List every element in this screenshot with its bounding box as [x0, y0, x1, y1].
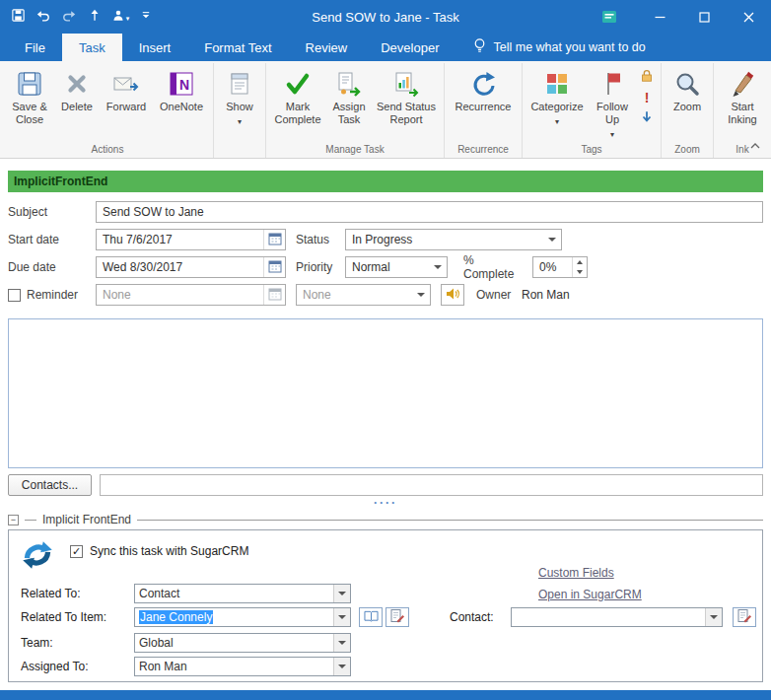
- assigned-to-label: Assigned To:: [21, 660, 134, 673]
- address-book-qat-button[interactable]: [110, 6, 130, 28]
- open-in-sugarcrm-link[interactable]: Open in SugarCRM: [538, 588, 642, 601]
- related-to-value: Contact: [135, 587, 333, 600]
- window-controls: [595, 0, 771, 34]
- assigned-to-select[interactable]: Ron Man: [134, 657, 351, 676]
- calendar-icon: [268, 232, 282, 248]
- reminder-date-picker-button[interactable]: [263, 285, 285, 305]
- recurrence-button[interactable]: Recurrence: [448, 63, 519, 113]
- address-book-button[interactable]: [359, 607, 383, 627]
- custom-fields-link[interactable]: Custom Fields: [538, 566, 642, 580]
- close-button[interactable]: [727, 0, 771, 34]
- ribbon-group-zoom: Zoom Zoom: [662, 63, 714, 158]
- button-label: Assign Task: [332, 101, 365, 125]
- sugarcrm-lookup-button[interactable]: [386, 607, 409, 627]
- reminder-time-value: None: [297, 288, 412, 302]
- implicit-frontend-section-header: Implicit FrontEnd: [0, 510, 771, 529]
- status-value: In Progress: [346, 233, 543, 246]
- banner-text: ImplicitFrontEnd: [14, 175, 107, 188]
- delete-button[interactable]: Delete: [54, 63, 100, 113]
- spin-down-button[interactable]: [573, 267, 587, 277]
- assign-task-button[interactable]: Assign Task: [326, 63, 372, 126]
- contact-icon: [111, 9, 125, 26]
- collapse-ribbon-button[interactable]: [749, 139, 761, 153]
- reminder-date-value: None: [97, 288, 263, 302]
- save-button[interactable]: [8, 6, 28, 28]
- mark-complete-button[interactable]: Mark Complete: [269, 63, 326, 126]
- speaker-icon: [445, 287, 460, 304]
- customize-qat-button[interactable]: [136, 6, 156, 28]
- private-button[interactable]: [638, 68, 656, 85]
- status-select[interactable]: In Progress: [345, 229, 562, 250]
- sugarcrm-logo: [19, 536, 56, 577]
- start-date-row: Start date Thu 7/6/2017 Status In Progre…: [8, 228, 763, 251]
- priority-select[interactable]: Normal: [345, 256, 448, 278]
- undo-button[interactable]: [34, 6, 53, 28]
- save-close-button[interactable]: Save & Close: [5, 63, 54, 126]
- team-select[interactable]: Global: [134, 633, 351, 653]
- reminder-checkbox[interactable]: [8, 289, 21, 302]
- contacts-button[interactable]: Contacts...: [8, 474, 92, 496]
- tab-task[interactable]: Task: [62, 34, 122, 61]
- tell-me-label: Tell me what you want to do: [493, 40, 645, 54]
- percent-complete-spinner[interactable]: 0%: [532, 256, 588, 278]
- subject-input[interactable]: Send SOW to Jane: [96, 201, 763, 223]
- pane-splitter[interactable]: [0, 496, 771, 510]
- tab-file[interactable]: File: [8, 34, 62, 61]
- due-date-picker-button[interactable]: [263, 257, 285, 277]
- sugarcrm-panel: ✓ Sync this task with SugarCRM Custom Fi…: [8, 529, 763, 682]
- assigned-to-row: Assigned To: Ron Man: [21, 657, 351, 676]
- contact-lookup-button[interactable]: [733, 607, 756, 627]
- tab-insert[interactable]: Insert: [122, 34, 188, 61]
- chevron-down-icon: [555, 113, 559, 127]
- sync-checkbox[interactable]: ✓: [70, 545, 83, 558]
- ribbon-group-label: Zoom: [665, 142, 710, 158]
- button-label: Follow Up: [596, 101, 628, 125]
- lock-icon: [639, 67, 655, 86]
- high-importance-button[interactable]: [638, 89, 656, 105]
- low-importance-button[interactable]: [638, 109, 656, 126]
- zoom-button[interactable]: Zoom: [665, 63, 710, 113]
- tab-review[interactable]: Review: [289, 34, 365, 61]
- tab-format-text[interactable]: Format Text: [187, 34, 288, 61]
- related-to-select[interactable]: Contact: [134, 584, 351, 603]
- due-date-input[interactable]: Wed 8/30/2017: [96, 256, 286, 278]
- chevron-down-icon: [429, 257, 447, 277]
- related-to-item-select[interactable]: Jane Connely: [134, 607, 351, 627]
- reminder-time-select[interactable]: None: [296, 284, 431, 306]
- start-date-input[interactable]: Thu 7/6/2017: [96, 229, 286, 250]
- show-button[interactable]: Show: [217, 63, 262, 127]
- sugarcrm-lookup-icon: [736, 608, 752, 627]
- reminder-sound-button[interactable]: [441, 284, 464, 306]
- contacts-input[interactable]: [100, 474, 763, 496]
- start-date-picker-button[interactable]: [263, 230, 285, 249]
- forward-button[interactable]: Forward: [100, 63, 153, 113]
- tab-developer[interactable]: Developer: [364, 34, 456, 61]
- button-label: Save & Close: [12, 101, 46, 125]
- collapse-section-icon[interactable]: [8, 515, 19, 525]
- ribbon-group-label: Manage Task: [269, 142, 441, 158]
- related-to-row: Related To: Contact: [21, 584, 351, 603]
- redo-button[interactable]: [59, 6, 79, 28]
- previous-item-button[interactable]: [85, 6, 105, 28]
- low-importance-icon: [640, 109, 654, 127]
- follow-up-button[interactable]: Follow Up: [589, 63, 636, 140]
- related-to-item-row: Related To Item: Jane Connely: [21, 607, 409, 627]
- task-window: Send SOW to Jane - Task File Task Insert…: [0, 0, 771, 700]
- start-inking-button[interactable]: Start Inking: [717, 63, 768, 126]
- tell-me-box[interactable]: Tell me what you want to do: [473, 34, 645, 61]
- ribbon-group-actions: Save & Close Delete Forward N OneNote Ac…: [2, 63, 214, 158]
- delete-icon: [63, 67, 91, 101]
- send-status-report-button[interactable]: Send Status Report: [372, 63, 441, 126]
- ribbon-tab-bar: File Task Insert Format Text Review Deve…: [0, 34, 771, 61]
- spin-up-button[interactable]: [573, 257, 587, 267]
- contact-select[interactable]: [511, 607, 723, 627]
- onenote-button[interactable]: N OneNote: [153, 63, 210, 113]
- ribbon-group-tags: Categorize Follow Up Tags: [523, 63, 662, 158]
- categorize-button[interactable]: Categorize: [526, 63, 589, 127]
- assign-task-icon: [334, 67, 364, 101]
- minimize-button[interactable]: [638, 0, 682, 34]
- reminder-date-input[interactable]: None: [96, 284, 286, 306]
- task-body-editor[interactable]: [8, 318, 763, 468]
- priority-label: Priority: [296, 260, 345, 274]
- maximize-button[interactable]: [682, 0, 727, 34]
